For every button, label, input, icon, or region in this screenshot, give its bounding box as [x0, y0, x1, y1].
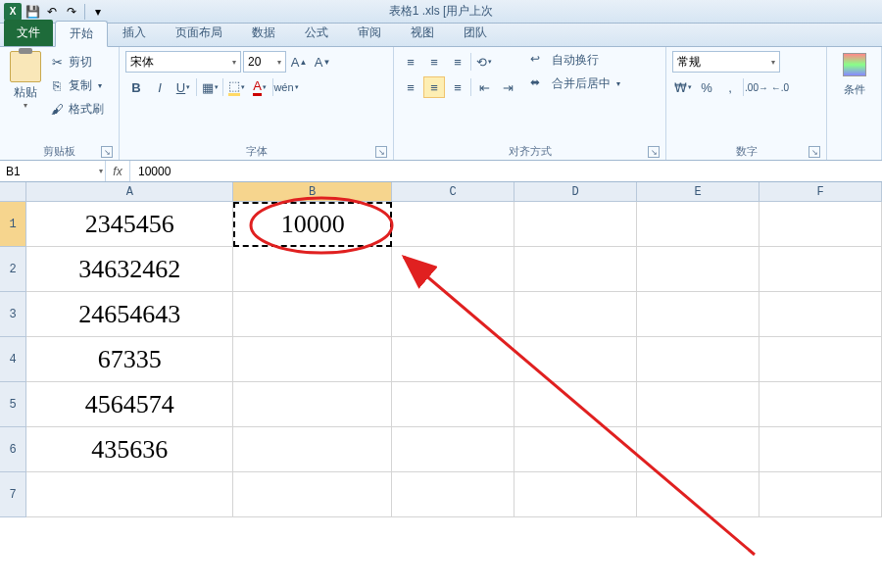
tab-review[interactable]: 审阅 — [343, 20, 396, 46]
row-header-5[interactable]: 5 — [0, 382, 26, 427]
cell-A7[interactable] — [26, 472, 233, 517]
cell-C4[interactable] — [392, 337, 514, 382]
font-launcher[interactable]: ↘ — [375, 146, 387, 158]
cell-F7[interactable] — [760, 472, 882, 517]
namebox-dropdown-icon[interactable]: ▾ — [99, 167, 103, 175]
tab-insert[interactable]: 插入 — [108, 20, 161, 46]
cell-F3[interactable] — [760, 292, 882, 337]
align-middle-button[interactable]: ≡ — [423, 51, 445, 73]
formula-input[interactable]: 10000 — [130, 161, 882, 181]
cell-B3[interactable] — [233, 292, 392, 337]
tab-file[interactable]: 文件 — [4, 20, 53, 46]
clipboard-launcher[interactable]: ↘ — [101, 146, 113, 158]
save-icon[interactable]: 💾 — [24, 3, 41, 21]
cell-B4[interactable] — [233, 337, 392, 382]
bold-button[interactable]: B — [125, 76, 147, 98]
cell-D2[interactable] — [514, 247, 637, 292]
number-format-combo[interactable]: 常规▾ — [672, 51, 780, 73]
cell-D1[interactable] — [514, 202, 637, 247]
cell-B2[interactable] — [233, 247, 392, 292]
tab-view[interactable]: 视图 — [396, 20, 449, 46]
tab-page-layout[interactable]: 页面布局 — [161, 20, 237, 46]
cell-C1[interactable] — [392, 202, 514, 247]
redo-icon[interactable]: ↷ — [63, 3, 80, 21]
phonetic-button[interactable]: wén — [275, 76, 297, 98]
cell-C5[interactable] — [392, 382, 514, 427]
wrap-text-button[interactable]: ↩自动换行 — [530, 49, 620, 71]
col-header-F[interactable]: F — [760, 182, 882, 202]
align-top-button[interactable]: ≡ — [400, 51, 421, 73]
percent-button[interactable]: % — [696, 76, 717, 98]
row-header-3[interactable]: 3 — [0, 292, 26, 337]
align-bottom-button[interactable]: ≡ — [447, 51, 468, 73]
format-painter-button[interactable]: 🖌格式刷 — [49, 98, 104, 120]
cell-E4[interactable] — [637, 337, 760, 382]
col-header-D[interactable]: D — [514, 182, 637, 202]
cell-D6[interactable] — [514, 427, 637, 472]
row-header-4[interactable]: 4 — [0, 337, 26, 382]
increase-font-button[interactable]: A▲ — [288, 51, 310, 73]
row-header-6[interactable]: 6 — [0, 427, 26, 472]
align-right-button[interactable]: ≡ — [447, 76, 468, 98]
cell-F5[interactable] — [760, 382, 882, 427]
row-header-7[interactable]: 7 — [0, 472, 26, 517]
col-header-C[interactable]: C — [392, 182, 514, 202]
cell-A4[interactable]: 67335 — [26, 337, 233, 382]
cell-E1[interactable] — [637, 202, 760, 247]
fill-color-button[interactable]: ⬚ — [225, 76, 247, 98]
cell-C3[interactable] — [392, 292, 514, 337]
align-center-button[interactable]: ≡ — [423, 76, 445, 98]
orientation-button[interactable]: ⟲ — [473, 51, 495, 73]
comma-button[interactable]: , — [719, 76, 741, 98]
copy-button[interactable]: ⎘复制▾ — [49, 74, 104, 96]
col-header-B[interactable]: B — [233, 182, 392, 202]
col-header-A[interactable]: A — [26, 182, 233, 202]
cell-F1[interactable] — [760, 202, 882, 247]
undo-icon[interactable]: ↶ — [43, 3, 61, 21]
tab-formulas[interactable]: 公式 — [290, 20, 343, 46]
alignment-launcher[interactable]: ↘ — [648, 146, 660, 158]
font-color-button[interactable]: A — [249, 76, 270, 98]
cell-C2[interactable] — [392, 247, 514, 292]
accounting-format-button[interactable]: ₩ — [672, 76, 694, 98]
cell-E5[interactable] — [637, 382, 760, 427]
font-name-combo[interactable]: 宋体▾ — [125, 51, 241, 73]
merge-center-button[interactable]: ⬌合并后居中▾ — [530, 73, 620, 94]
name-box[interactable]: B1▾ — [0, 161, 106, 181]
cut-button[interactable]: ✂剪切 — [49, 51, 104, 73]
decrease-indent-button[interactable]: ⇤ — [473, 76, 495, 98]
cell-A6[interactable]: 435636 — [26, 427, 233, 472]
paste-button[interactable]: 粘贴 ▾ — [6, 49, 45, 110]
cell-D5[interactable] — [514, 382, 637, 427]
decrease-font-button[interactable]: A▼ — [312, 51, 333, 73]
decrease-decimal-button[interactable]: ←.0 — [769, 76, 791, 98]
cell-A3[interactable]: 24654643 — [26, 292, 233, 337]
tab-team[interactable]: 团队 — [449, 20, 502, 46]
cell-D3[interactable] — [514, 292, 637, 337]
select-all-corner[interactable] — [0, 182, 26, 202]
cell-E2[interactable] — [637, 247, 760, 292]
cell-C6[interactable] — [392, 427, 514, 472]
cell-F4[interactable] — [760, 337, 882, 382]
cell-A2[interactable]: 34632462 — [26, 247, 233, 292]
cell-F6[interactable] — [760, 427, 882, 472]
cell-B7[interactable] — [233, 472, 392, 517]
cell-E6[interactable] — [637, 427, 760, 472]
font-size-combo[interactable]: 20▾ — [243, 51, 286, 73]
number-launcher[interactable]: ↘ — [808, 146, 820, 158]
conditional-format-icon[interactable] — [843, 53, 866, 76]
cell-E3[interactable] — [637, 292, 760, 337]
tab-data[interactable]: 数据 — [237, 20, 290, 46]
border-button[interactable]: ▦ — [199, 76, 220, 98]
cell-D4[interactable] — [514, 337, 637, 382]
cell-B5[interactable] — [233, 382, 392, 427]
row-header-2[interactable]: 2 — [0, 247, 26, 292]
cell-B1[interactable]: 10000 — [233, 202, 392, 247]
increase-decimal-button[interactable]: .00→ — [746, 76, 767, 98]
tab-home[interactable]: 开始 — [55, 21, 108, 47]
cell-E7[interactable] — [637, 472, 760, 517]
cell-B6[interactable] — [233, 427, 392, 472]
cell-F2[interactable] — [760, 247, 882, 292]
increase-indent-button[interactable]: ⇥ — [497, 76, 518, 98]
underline-button[interactable]: U — [172, 76, 194, 98]
